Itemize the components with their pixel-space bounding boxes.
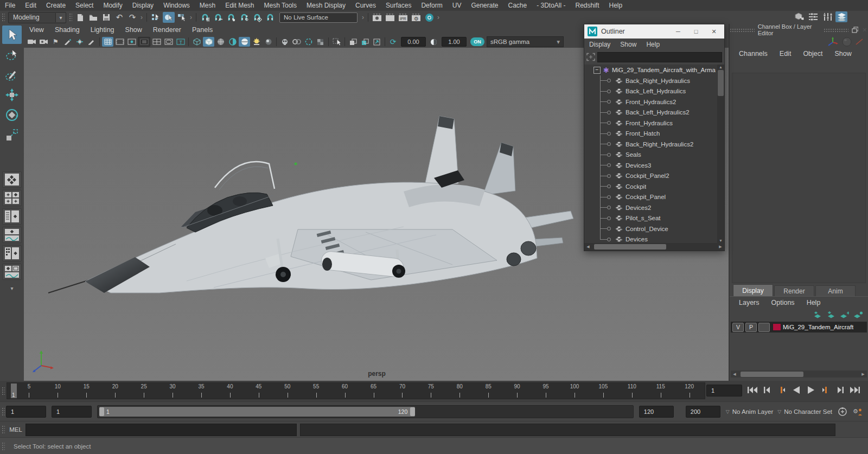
outliner-item[interactable]: Control_Device	[584, 223, 724, 234]
outliner-item[interactable]: Cockpit_Panel2	[584, 171, 724, 182]
layer-playback-toggle[interactable]: P	[745, 323, 757, 332]
panel-menu-item[interactable]: Show	[120, 24, 148, 35]
scroll-left-icon[interactable]: ◀	[584, 245, 592, 249]
menu-item[interactable]: Generate	[466, 0, 503, 11]
play-forwards-button[interactable]	[804, 383, 818, 397]
outliner-menu-item[interactable]: Show	[615, 39, 641, 50]
layer-menu-item[interactable]: Options	[765, 297, 801, 308]
channel-box-menu-item[interactable]: Channels	[733, 48, 774, 59]
drag-handle[interactable]	[824, 28, 848, 32]
camera-attributes-icon[interactable]	[38, 37, 49, 47]
drag-grip[interactable]	[68, 12, 72, 22]
menu-item[interactable]: Edit Mesh	[220, 0, 259, 11]
close-icon[interactable]: ✕	[861, 27, 868, 34]
time-tick[interactable]: 85	[474, 383, 503, 399]
xray-joints-button[interactable]	[291, 37, 302, 47]
outliner-item[interactable]: Cockpit	[584, 181, 724, 192]
wireframe-display-button[interactable]	[191, 37, 202, 47]
drag-grip[interactable]	[1, 442, 5, 451]
minimize-icon[interactable]: ─	[671, 28, 685, 35]
channel-box-menu-item[interactable]: Show	[829, 48, 858, 59]
group-separator[interactable]: ›	[139, 14, 144, 21]
time-slider[interactable]: 5101520253035404550556065707580859095100…	[7, 382, 705, 399]
time-tick[interactable]: 20	[101, 383, 130, 399]
layer-menu-item[interactable]: Layers	[733, 297, 765, 308]
outliner-item[interactable]: Devices	[584, 234, 724, 244]
stat-sphere-icon[interactable]	[842, 37, 852, 47]
layer-tab[interactable]: Render	[774, 285, 814, 296]
channel-box-toggle[interactable]	[835, 11, 847, 22]
modeling-toolkit-toggle[interactable]	[793, 11, 805, 22]
layer-tab[interactable]: Display	[733, 284, 773, 296]
render-settings-button[interactable]: ⚙	[410, 12, 422, 23]
view-axis-gizmo[interactable]	[31, 348, 55, 373]
menu-item[interactable]: UV	[448, 0, 467, 11]
step-back-key-button[interactable]	[760, 383, 774, 397]
outliner-item[interactable]: Seals	[584, 150, 724, 161]
make-live-button[interactable]	[264, 12, 276, 23]
outliner-item[interactable]: Front_Hatch	[584, 129, 724, 139]
select-component-mode-button[interactable]	[176, 12, 188, 23]
menu-item[interactable]: Curves	[350, 0, 381, 11]
time-tick[interactable]: 115	[646, 383, 675, 399]
group-separator[interactable]: ›	[189, 14, 193, 21]
outliner-item[interactable]: Pilot_s_Seat	[584, 213, 724, 224]
step-forward-frame-button[interactable]	[819, 383, 832, 397]
exposure-icon[interactable]: ⟳	[387, 37, 399, 47]
panel-menu-item[interactable]: Renderer	[148, 24, 187, 35]
snap-to-viewplane-button[interactable]	[251, 12, 263, 23]
character-set-dropdown[interactable]: ▽ No Character Set	[777, 408, 832, 415]
use-all-lights-button[interactable]	[239, 37, 250, 47]
time-tick[interactable]: 75	[417, 383, 445, 399]
render-current-frame-button[interactable]	[384, 12, 396, 23]
range-slider[interactable]: 1 120	[97, 405, 634, 418]
snap-to-projected-center-button[interactable]	[238, 12, 250, 23]
safe-title-toggle[interactable]: T	[175, 37, 186, 47]
outliner-item[interactable]: Front_Hydraulics	[584, 118, 724, 129]
open-scene-button[interactable]	[87, 12, 99, 23]
time-tick[interactable]: 55	[302, 383, 330, 399]
outliner-menu-item[interactable]: Display	[584, 39, 615, 50]
move-tool-button[interactable]	[2, 86, 22, 104]
time-tick[interactable]: 15	[72, 383, 101, 399]
range-start-handle[interactable]	[99, 407, 104, 416]
close-icon[interactable]: ✕	[707, 28, 721, 35]
colorspace-dropdown[interactable]: sRGB gamma ▾	[487, 36, 564, 47]
time-tick[interactable]: 25	[130, 383, 158, 399]
drag-grip[interactable]	[1, 386, 5, 396]
bookmark-icon[interactable]: ⚑	[50, 37, 61, 47]
menu-item[interactable]: File	[0, 0, 20, 11]
menu-item[interactable]: Edit	[20, 0, 41, 11]
animation-end-field[interactable]: 200	[686, 406, 720, 418]
panel-menu-item[interactable]: Lighting	[85, 24, 120, 35]
time-tick[interactable]: 80	[445, 383, 474, 399]
time-tick[interactable]: 10	[43, 383, 72, 399]
step-forward-key-button[interactable]	[833, 383, 847, 397]
panel-menu-item[interactable]: Panels	[187, 24, 218, 35]
panel-menu-item[interactable]: View	[24, 24, 49, 35]
move-layer-up-icon[interactable]	[812, 311, 822, 318]
outliner-menu-item[interactable]: Help	[641, 39, 665, 50]
channel-box-menu-item[interactable]: Edit	[774, 48, 797, 59]
outliner-root-item[interactable]: − ✱ MiG_29_Tandem_Aircraft_with_Arma	[584, 65, 724, 75]
scroll-left-icon[interactable]: ◀	[731, 372, 738, 376]
snap-to-curve-button[interactable]	[212, 12, 224, 23]
menu-item[interactable]: Deform	[416, 0, 447, 11]
scrollbar-thumb[interactable]	[594, 244, 666, 250]
time-tick[interactable]: 65	[359, 383, 388, 399]
menu-item[interactable]: Mesh Tools	[259, 0, 302, 11]
gamma-icon[interactable]	[428, 37, 439, 47]
drag-grip[interactable]	[1, 12, 5, 22]
display-layer-row[interactable]: V P MiG_29_Tandem_Aircraft	[731, 322, 867, 332]
menu-item[interactable]: Cache	[503, 0, 532, 11]
outliner-item[interactable]: Devices2	[584, 202, 724, 213]
move-layer-down-icon[interactable]	[826, 311, 835, 318]
menu-item[interactable]: Windows	[158, 0, 195, 11]
chevron-down-icon[interactable]: ▾	[55, 13, 66, 22]
outliner-titlebar[interactable]: Outliner ─ □ ✕	[584, 24, 724, 39]
textured-display-button[interactable]	[227, 37, 238, 47]
selected-layer-add-icon[interactable]	[853, 311, 863, 318]
paint-select-tool-button[interactable]	[2, 66, 22, 84]
wireframe-on-shaded-button[interactable]	[215, 37, 226, 47]
drag-grip[interactable]	[1, 407, 5, 417]
